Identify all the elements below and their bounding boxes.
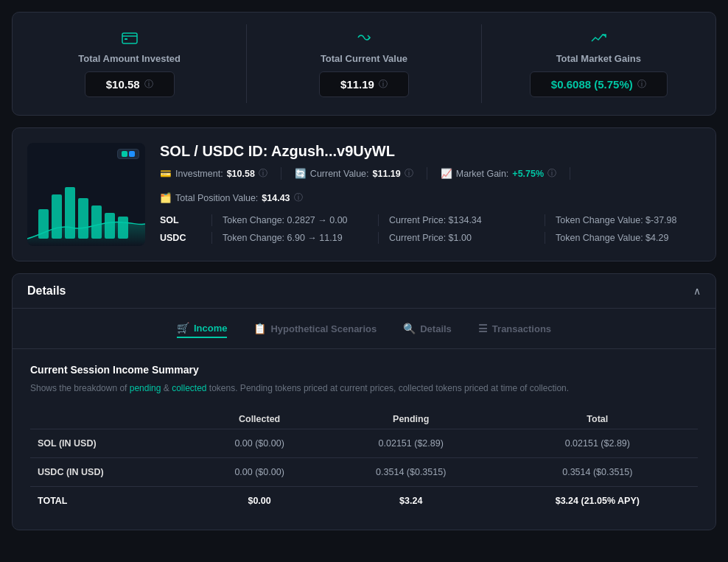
usdc-token-change: Token Change: 6.90 → 11.19 xyxy=(223,233,368,243)
gains-label: Total Market Gains xyxy=(556,53,641,64)
income-tab-label: Income xyxy=(194,323,228,334)
table-row: SOL (IN USD) 0.00 ($0.00) 0.02151 ($2.89… xyxy=(30,429,698,458)
income-table-header-row: Collected Pending Total xyxy=(30,410,698,429)
position-value-meta-label: Total Position Value: xyxy=(175,193,258,203)
total-row-collected: $0.00 xyxy=(194,487,324,516)
meta-investment: 💳 Investment: $10.58 ⓘ xyxy=(160,167,267,180)
curve-chart-svg xyxy=(27,209,145,246)
invested-value-box: $10.58 ⓘ xyxy=(85,71,175,97)
sol-token-change: Token Change: 0.2827 → 0.00 xyxy=(223,215,368,225)
sol-current-price: Current Price: $134.34 xyxy=(389,215,534,225)
table-row: USDC (IN USD) 0.00 ($0.00) 0.3514 ($0.35… xyxy=(30,458,698,487)
col-pending: Pending xyxy=(325,410,497,429)
position-card: SOL / USDC ID: Azgush...v9UyWL 💳 Investm… xyxy=(12,127,716,261)
token-sep-5 xyxy=(378,232,379,244)
position-title: SOL / USDC ID: Azgush...v9UyWL xyxy=(160,143,701,160)
usdc-change-value: Token Change Value: $4.29 xyxy=(556,233,701,243)
investment-meta-label: Investment: xyxy=(175,169,223,179)
tab-hypothetical[interactable]: 📋 Hypothetical Scenarios xyxy=(253,319,377,338)
gains-value-box: $0.6088 (5.75%) ⓘ xyxy=(530,71,668,97)
meta-divider-1 xyxy=(281,167,281,180)
gains-info-icon[interactable]: ⓘ xyxy=(637,78,646,91)
details-tab-icon: 🔍 xyxy=(403,323,416,334)
investment-meta-value: $10.58 xyxy=(227,169,255,179)
details-header: Details ∧ xyxy=(13,274,715,309)
tab-income[interactable]: 🛒 Income xyxy=(177,319,228,338)
total-row-label: TOTAL xyxy=(30,487,194,516)
collected-highlight: collected xyxy=(172,383,206,393)
pending-highlight: pending xyxy=(130,383,161,393)
position-value-meta-info[interactable]: ⓘ xyxy=(294,192,303,204)
stats-row: Total Amount Invested $10.58 ⓘ Total Cur… xyxy=(12,12,716,116)
token-sep-3 xyxy=(545,214,545,226)
token-row-usdc: USDC Token Change: 6.90 → 11.19 Current … xyxy=(160,232,701,244)
stat-card-current: Total Current Value $11.19 ⓘ xyxy=(247,24,481,103)
usdc-row-pending: 0.3514 ($0.3515) xyxy=(325,458,497,487)
income-description: Shows the breakdown of pending & collect… xyxy=(30,382,698,395)
stat-card-invested: Total Amount Invested $10.58 ⓘ xyxy=(13,24,247,103)
details-section-title: Details xyxy=(27,284,66,298)
income-table: Collected Pending Total SOL (IN USD) 0.0… xyxy=(30,410,698,515)
current-value-meta-icon: 🔄 xyxy=(295,168,307,179)
position-info: SOL / USDC ID: Azgush...v9UyWL 💳 Investm… xyxy=(160,143,701,246)
token-sep-2 xyxy=(378,214,379,226)
sol-token-name: SOL xyxy=(160,215,201,225)
invested-icon xyxy=(121,30,139,49)
invested-label: Total Amount Invested xyxy=(78,53,181,64)
income-table-body: SOL (IN USD) 0.00 ($0.00) 0.02151 ($2.89… xyxy=(30,429,698,516)
position-chart-thumbnail xyxy=(27,143,145,246)
transactions-tab-label: Transactions xyxy=(492,323,551,334)
collapse-icon[interactable]: ∧ xyxy=(693,285,701,297)
current-value: $11.19 xyxy=(340,78,374,91)
market-gain-meta-icon: 📈 xyxy=(441,168,452,179)
investment-meta-icon: 💳 xyxy=(160,168,172,179)
market-gain-meta-label: Market Gain: xyxy=(456,169,509,179)
token-rows: SOL Token Change: 0.2827 → 0.00 Current … xyxy=(160,214,701,244)
stat-card-gains: Total Market Gains $0.6088 (5.75%) ⓘ xyxy=(482,24,715,103)
token-sep-1 xyxy=(211,214,212,226)
current-icon xyxy=(355,30,373,49)
tab-details[interactable]: 🔍 Details xyxy=(403,319,452,338)
gains-value: $0.6088 (5.75%) xyxy=(551,78,633,91)
gains-icon xyxy=(589,30,607,49)
invested-value: $10.58 xyxy=(106,78,140,91)
tabs-row: 🛒 Income 📋 Hypothetical Scenarios 🔍 Deta… xyxy=(13,309,715,349)
chart-badge xyxy=(117,149,139,159)
position-value-meta-icon: 🗂️ xyxy=(160,192,172,203)
market-gain-meta-info[interactable]: ⓘ xyxy=(547,167,556,180)
hypothetical-tab-icon: 📋 xyxy=(253,323,266,334)
transactions-tab-icon: ☰ xyxy=(478,323,488,334)
investment-meta-info[interactable]: ⓘ xyxy=(259,167,267,180)
details-section: Details ∧ 🛒 Income 📋 Hypothetical Scenar… xyxy=(12,273,716,530)
market-gain-meta-value: +5.75% xyxy=(512,169,544,179)
meta-market-gain: 📈 Market Gain: +5.75% ⓘ xyxy=(441,167,556,180)
token-sep-4 xyxy=(211,232,212,244)
svg-rect-2 xyxy=(125,38,127,40)
total-row-pending: $3.24 xyxy=(325,487,497,516)
income-tab-icon: 🛒 xyxy=(177,322,189,334)
col-collected: Collected xyxy=(194,410,324,429)
current-info-icon[interactable]: ⓘ xyxy=(379,78,388,91)
usdc-row-label: USDC (IN USD) xyxy=(30,458,194,487)
hypothetical-tab-label: Hypothetical Scenarios xyxy=(270,323,377,334)
tab-transactions[interactable]: ☰ Transactions xyxy=(478,319,551,338)
current-label: Total Current Value xyxy=(321,53,407,64)
sol-row-pending: 0.02151 ($2.89) xyxy=(325,429,497,458)
income-summary-title: Current Session Income Summary xyxy=(30,364,698,376)
sol-change-value: Token Change Value: $-37.98 xyxy=(556,215,701,225)
total-row-total: $3.24 (21.05% APY) xyxy=(497,487,698,516)
usdc-row-collected: 0.00 ($0.00) xyxy=(194,458,324,487)
invested-info-icon[interactable]: ⓘ xyxy=(144,78,153,91)
meta-current-value: 🔄 Current Value: $11.19 ⓘ xyxy=(295,167,413,180)
usdc-token-name: USDC xyxy=(160,233,201,243)
current-value-meta-label: Current Value: xyxy=(310,169,369,179)
sol-row-label: SOL (IN USD) xyxy=(30,429,194,458)
current-value-meta-info[interactable]: ⓘ xyxy=(405,167,413,180)
income-body: Current Session Income Summary Shows the… xyxy=(13,349,715,530)
usdc-current-price: Current Price: $1.00 xyxy=(389,233,534,243)
meta-position-value: 🗂️ Total Position Value: $14.43 ⓘ xyxy=(160,192,303,204)
col-label xyxy=(30,410,194,429)
current-value-box: $11.19 ⓘ xyxy=(319,71,409,97)
svg-rect-0 xyxy=(122,33,137,43)
position-meta: 💳 Investment: $10.58 ⓘ 🔄 Current Value: … xyxy=(160,167,701,204)
